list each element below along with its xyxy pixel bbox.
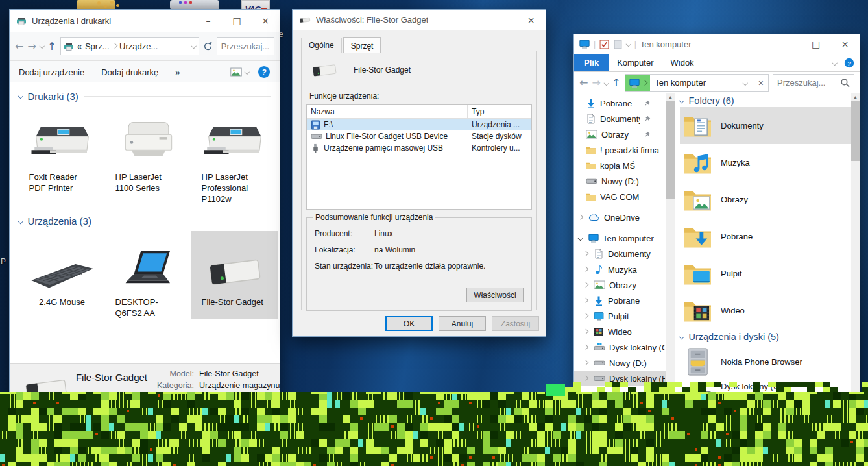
tab-hardware[interactable]: Sprzęt [343,37,381,53]
folder-tile-pobrane[interactable]: Pobrane [680,218,851,255]
tree-item-muzyka[interactable]: Muzyka [574,262,666,277]
collapse-chevron-icon[interactable] [679,334,684,339]
folder-tile-dokumenty[interactable]: Dokumenty [680,107,851,144]
tree-item-obrazy[interactable]: Obrazy [574,277,666,293]
tree-item-dokumenty[interactable]: Dokumenty [574,111,666,127]
toolbar-overflow-button[interactable]: » [175,67,180,77]
properties-check-icon[interactable] [599,40,609,49]
titlebar[interactable]: Właściwości: File-Stor Gadget × [293,10,546,30]
add-printer-button[interactable]: Dodaj drukarkę [101,67,158,77]
device-tile[interactable]: 2.4G Mouse [19,231,105,319]
expander-icon[interactable] [578,236,583,241]
close-button[interactable]: × [830,34,860,54]
folder-tile-pulpit[interactable]: Pulpit [680,255,851,292]
help-button[interactable]: ? [258,66,271,79]
folder-tile-obrazy[interactable]: Obrazy [680,181,851,218]
tab-general[interactable]: Ogólne [301,38,342,53]
apply-button[interactable]: Zastosuj [492,316,539,331]
table-row[interactable]: Urządzenie pamięci masowej USB Kontroler… [307,142,531,154]
tree-item-pobrane[interactable]: Pobrane [574,95,666,111]
new-item-icon[interactable] [613,40,623,49]
address-bar[interactable]: Ten komputer × [625,74,769,92]
up-button[interactable]: ↑ [612,77,620,89]
column-header-type[interactable]: Typ [468,105,531,118]
breadcrumb-overflow[interactable]: « [77,42,82,51]
table-header[interactable]: Nazwa Typ [307,105,531,119]
maximize-button[interactable]: □ [223,10,251,32]
properties-button[interactable]: Właściwości [466,288,524,302]
maximize-button[interactable]: □ [801,34,830,54]
folders-group-header[interactable]: Foldery (6) [680,94,851,107]
recent-locations-chevron-icon[interactable] [604,80,609,86]
tree-item-pobrane[interactable]: Pobrane [574,293,666,308]
expander-icon[interactable] [583,298,588,303]
back-button[interactable]: ← [579,77,588,89]
qat-customize-chevron-icon[interactable] [626,42,631,47]
close-button[interactable]: × [251,10,280,32]
stop-refresh-button[interactable]: × [753,78,764,88]
change-view-button[interactable] [230,67,249,77]
help-button[interactable]: ? [844,58,854,68]
collapse-chevron-icon[interactable] [679,98,684,103]
device-tile-selected[interactable]: File-Stor Gadget [191,231,278,319]
recent-locations-chevron-icon[interactable] [40,43,45,49]
folder-tile-wideo[interactable]: Wideo [680,292,851,329]
up-button[interactable]: ↑ [47,40,56,53]
refresh-icon[interactable] [203,42,213,51]
tree-item-pulpit[interactable]: Pulpit [574,308,666,324]
tab-file[interactable]: Plik [574,54,609,71]
main-scrollbar[interactable]: ▲ [851,93,860,410]
breadcrumb-item[interactable]: Urządze... [119,42,158,51]
tree-item-posadzki[interactable]: ! posadzki firma [574,142,666,158]
printer-tile[interactable]: HP LaserJet 1100 Series [105,106,191,205]
tab-view[interactable]: Widok [662,54,703,71]
ok-button[interactable]: OK [385,316,433,331]
scrollbar-thumb[interactable] [666,101,675,199]
collapse-chevron-icon[interactable] [18,93,23,99]
tree-item-vag-com[interactable]: VAG COM [574,189,666,204]
expander-icon[interactable] [583,376,588,381]
table-row[interactable]: Linux File-Stor Gadget USB Device Stacje… [307,130,531,142]
tree-scrollbar[interactable]: ▲ [666,93,675,410]
tree-item-dysk-c[interactable]: Dysk lokalny (C:) [574,339,666,355]
search-box[interactable]: Przeszukaj... [217,37,274,55]
back-button[interactable]: ← [15,40,23,53]
tree-item-ten-komputer[interactable]: Ten komputer [574,230,666,246]
scrollbar-thumb[interactable] [851,101,860,161]
expander-icon[interactable] [583,251,588,256]
printers-group-header[interactable]: Drukarki (3) [19,89,271,103]
add-device-button[interactable]: Dodaj urządzenie [19,67,84,77]
titlebar[interactable]: Urządzenia i drukarki – □ × [10,10,280,32]
tab-computer[interactable]: Komputer [609,54,662,71]
titlebar[interactable]: | | Ten komputer – □ × [574,34,860,54]
expander-icon[interactable] [583,329,588,334]
scroll-up-arrow[interactable]: ▲ [853,93,858,101]
tree-item-nowy-d[interactable]: Nowy (D:) [574,173,666,189]
minimize-button[interactable]: – [194,10,223,32]
cancel-button[interactable]: Anuluj [439,316,486,331]
expander-icon[interactable] [583,313,588,319]
tree-item-dokumenty[interactable]: Dokumenty [574,246,666,262]
tree-item-kopia[interactable]: kopia MŚ [574,158,666,173]
expander-icon[interactable] [583,345,588,350]
expander-icon[interactable] [583,282,588,288]
folder-tile-muzyka[interactable]: Muzyka [680,144,851,181]
tree-item-nowy-d[interactable]: Nowy (D:) [574,355,666,371]
table-row-selected[interactable]: F:\ Urządzenia ... [307,119,531,130]
device-tile-nokia[interactable]: Nokia Phone Browser [680,343,851,380]
printer-tile[interactable]: Foxit Reader PDF Printer [19,106,105,205]
tree-item-wideo[interactable]: Wideo [574,324,666,339]
tree-item-onedrive[interactable]: OneDrive [574,210,666,225]
column-header-name[interactable]: Nazwa [307,105,468,118]
close-button[interactable]: × [516,10,546,30]
scroll-up-arrow[interactable]: ▲ [668,93,673,101]
printer-tile[interactable]: HP LaserJet Professional P1102w [191,106,278,205]
tree-item-obrazy[interactable]: Obrazy [574,127,666,142]
forward-button[interactable]: → [592,77,600,89]
ribbon-expand-chevron-icon[interactable] [832,60,837,66]
device-tile[interactable]: DESKTOP-Q6FS2 AA [105,231,191,319]
breadcrumb-item[interactable]: Sprz... [85,42,110,51]
address-dropdown-chevron-icon[interactable] [191,43,197,49]
desktop-device-icon-fragment[interactable] [170,0,219,10]
devices-group-header[interactable]: Urządzenia (3) [19,214,271,228]
